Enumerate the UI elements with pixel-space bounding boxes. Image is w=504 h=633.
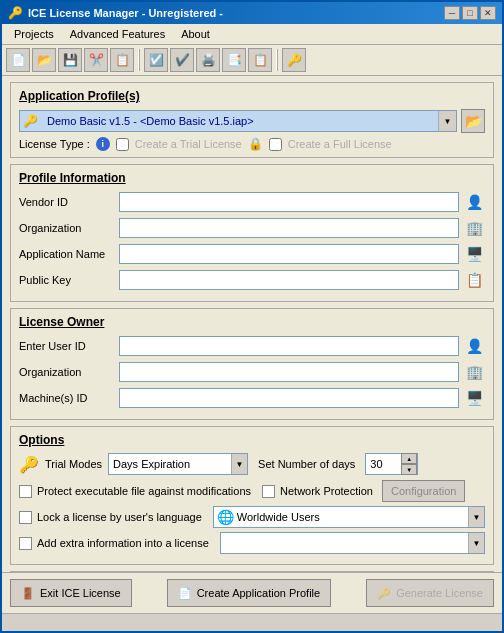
owner-org-icon: 🏢: [463, 361, 485, 383]
toolbar-new[interactable]: 📄: [6, 48, 30, 72]
full-license-checkbox[interactable]: [269, 138, 282, 151]
toolbar-check2[interactable]: ✔️: [170, 48, 194, 72]
license-owner-section: License Owner Enter User ID 👤 Organizati…: [10, 308, 494, 420]
app-profile-row: 🔑 Demo Basic v1.5 - <Demo Basic v1.5.iap…: [19, 109, 485, 133]
org-icon: 🏢: [463, 217, 485, 239]
toolbar-open[interactable]: 📂: [32, 48, 56, 72]
trial-modes-label: Trial Modes: [45, 458, 102, 470]
extra-row: Add extra information into a license ▼: [19, 532, 485, 554]
globe-icon: 🌐: [214, 509, 237, 525]
protect-row: Protect executable file against modifica…: [19, 480, 485, 502]
pubkey-input[interactable]: [119, 270, 459, 290]
userid-icon: 👤: [463, 335, 485, 357]
create-profile-button[interactable]: 📄 Create Application Profile: [167, 579, 332, 607]
toolbar-save[interactable]: 💾: [58, 48, 82, 72]
days-label: Set Number of days: [258, 458, 355, 470]
extra-checkbox[interactable]: [19, 537, 32, 550]
profile-dropdown-value: Demo Basic v1.5 - <Demo Basic v1.5.iap>: [45, 114, 434, 128]
vendor-id-input[interactable]: [119, 192, 459, 212]
vendor-id-icon: 👤: [463, 191, 485, 213]
toolbar-cut[interactable]: ✂️: [84, 48, 108, 72]
vendor-id-label: Vendor ID: [19, 196, 119, 208]
titlebar: 🔑 ICE License Manager - Unregistered - ─…: [2, 2, 502, 24]
options-section: Options 🔑 Trial Modes Days Expiration ▼ …: [10, 426, 494, 565]
license-owner-title: License Owner: [19, 315, 485, 329]
appname-label: Application Name: [19, 248, 119, 260]
app-icon: 🔑: [8, 6, 23, 20]
org-label: Organization: [19, 222, 119, 234]
generate-label: Generate License: [396, 587, 483, 599]
language-dropdown[interactable]: 🌐 Worldwide Users ▼: [213, 506, 485, 528]
exit-label: Exit ICE License: [40, 587, 121, 599]
lock-icon-trial: 🔒: [248, 137, 263, 151]
userid-input[interactable]: [119, 336, 459, 356]
bottom-bar: 🚪 Exit ICE License 📄 Create Application …: [2, 572, 502, 613]
network-label: Network Protection: [280, 485, 373, 497]
exit-button[interactable]: 🚪 Exit ICE License: [10, 579, 132, 607]
days-spinner[interactable]: 30 ▲ ▼: [365, 453, 418, 475]
create-icon: 📄: [178, 587, 192, 600]
menubar: Projects Advanced Features About: [2, 24, 502, 45]
expiration-dropdown[interactable]: Days Expiration ▼: [108, 453, 248, 475]
close-button[interactable]: ✕: [480, 6, 496, 20]
toolbar-paste[interactable]: 📋: [110, 48, 134, 72]
pubkey-row: Public Key 📋: [19, 269, 485, 291]
vendor-id-row: Vendor ID 👤: [19, 191, 485, 213]
license-info-icon[interactable]: i: [96, 137, 110, 151]
toolbar-key[interactable]: 🔑: [282, 48, 306, 72]
menu-projects[interactable]: Projects: [6, 26, 62, 42]
trial-modes-row: 🔑 Trial Modes Days Expiration ▼ Set Numb…: [19, 453, 485, 475]
generate-button[interactable]: 🔑 Generate License: [366, 579, 494, 607]
main-content: Application Profile(s) 🔑 Demo Basic v1.5…: [2, 76, 502, 572]
network-checkbox[interactable]: [262, 485, 275, 498]
profile-info-title: Profile Information: [19, 171, 485, 185]
profile-dropdown[interactable]: 🔑 Demo Basic v1.5 - <Demo Basic v1.5.iap…: [19, 110, 457, 132]
create-label: Create Application Profile: [197, 587, 321, 599]
main-window: 🔑 ICE License Manager - Unregistered - ─…: [0, 0, 504, 633]
minimize-button[interactable]: ─: [444, 6, 460, 20]
spin-up[interactable]: ▲: [401, 453, 417, 464]
spin-buttons: ▲ ▼: [401, 453, 417, 475]
pubkey-icon: 📋: [463, 269, 485, 291]
toolbar: 📄 📂 💾 ✂️ 📋 ☑️ ✔️ 🖨️ 📑 📋 🔑: [2, 45, 502, 76]
machineid-label: Machine(s) ID: [19, 392, 119, 404]
machineid-input[interactable]: [119, 388, 459, 408]
org-row: Organization 🏢: [19, 217, 485, 239]
menu-advanced[interactable]: Advanced Features: [62, 26, 173, 42]
toolbar-print3[interactable]: 📋: [248, 48, 272, 72]
appname-input[interactable]: [119, 244, 459, 264]
toolbar-print1[interactable]: 🖨️: [196, 48, 220, 72]
appname-icon: 🖥️: [463, 243, 485, 265]
userid-label: Enter User ID: [19, 340, 119, 352]
toolbar-check1[interactable]: ☑️: [144, 48, 168, 72]
config-button[interactable]: Configuration: [382, 480, 465, 502]
profile-browse-button[interactable]: 📂: [461, 109, 485, 133]
language-row: Lock a license by user's language 🌐 Worl…: [19, 506, 485, 528]
maximize-button[interactable]: □: [462, 6, 478, 20]
trial-license-checkbox[interactable]: [116, 138, 129, 151]
extra-arrow[interactable]: ▼: [468, 533, 484, 553]
extra-label: Add extra information into a license: [37, 537, 209, 549]
protect-checkbox[interactable]: [19, 485, 32, 498]
org-input[interactable]: [119, 218, 459, 238]
titlebar-left: 🔑 ICE License Manager - Unregistered -: [8, 6, 223, 20]
worldwide-label: Worldwide Users: [237, 511, 468, 523]
generate-icon: 🔑: [377, 587, 391, 600]
owner-org-row: Organization 🏢: [19, 361, 485, 383]
window-title: ICE License Manager - Unregistered -: [28, 7, 223, 19]
machineid-icon: 🖥️: [463, 387, 485, 409]
expiration-arrow[interactable]: ▼: [231, 454, 247, 474]
menu-about[interactable]: About: [173, 26, 218, 42]
userid-row: Enter User ID 👤: [19, 335, 485, 357]
spin-down[interactable]: ▼: [401, 464, 417, 475]
language-arrow[interactable]: ▼: [468, 507, 484, 527]
toolbar-separator-1: [138, 49, 140, 71]
days-value: 30: [366, 458, 401, 470]
language-checkbox[interactable]: [19, 511, 32, 524]
extra-dropdown[interactable]: ▼: [220, 532, 485, 554]
profile-dropdown-arrow[interactable]: ▼: [438, 111, 456, 131]
app-profile-title: Application Profile(s): [19, 89, 485, 103]
toolbar-print2[interactable]: 📑: [222, 48, 246, 72]
owner-org-label: Organization: [19, 366, 119, 378]
owner-org-input[interactable]: [119, 362, 459, 382]
